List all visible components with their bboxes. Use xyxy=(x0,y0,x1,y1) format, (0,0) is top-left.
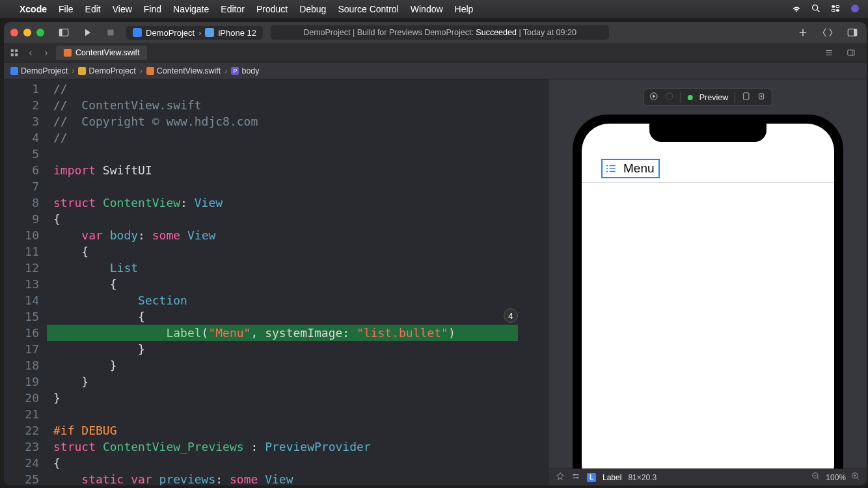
editor-tab[interactable]: ContentView.swift xyxy=(56,46,147,60)
menubar-item-view[interactable]: View xyxy=(113,4,132,14)
editor-layout-icon[interactable] xyxy=(821,45,837,61)
toggle-inspector-icon[interactable] xyxy=(845,25,860,40)
svg-line-32 xyxy=(817,478,819,480)
xcode-window: DemoProject › iPhone 12 DemoProject | Bu… xyxy=(4,22,867,485)
duplicate-preview-icon[interactable] xyxy=(757,92,766,103)
svg-point-19 xyxy=(666,93,673,100)
menubar-item-debug[interactable]: Debug xyxy=(299,4,326,14)
swift-file-icon xyxy=(64,49,72,57)
zoom-window-button[interactable] xyxy=(36,29,44,36)
nav-forward-icon[interactable]: › xyxy=(40,45,52,61)
stop-button[interactable] xyxy=(103,25,118,40)
toggle-navigator-icon[interactable] xyxy=(56,25,72,40)
related-items-icon[interactable] xyxy=(8,45,21,61)
preview-status-dot xyxy=(688,95,693,100)
svg-rect-11 xyxy=(854,29,857,36)
preview-menu-text: Menu xyxy=(623,161,655,176)
inspect-preview-icon[interactable] xyxy=(742,92,751,103)
status-prefix: DemoProject | Build for Previews DemoPro… xyxy=(303,28,476,37)
menubar-item-file[interactable]: File xyxy=(59,4,74,14)
zoom-level[interactable]: 100% xyxy=(826,473,846,482)
chevron-right-icon: › xyxy=(224,66,227,75)
scheme-device-label: iPhone 12 xyxy=(218,28,256,38)
wifi-icon[interactable] xyxy=(791,3,802,16)
nav-back-icon[interactable]: ‹ xyxy=(25,45,36,61)
jumpbar-seg-2[interactable]: DemoProject xyxy=(78,66,135,75)
scheme-selector[interactable]: DemoProject › iPhone 12 xyxy=(126,26,263,40)
iphone-screen[interactable]: Menu xyxy=(582,124,834,485)
jumpbar-seg-1[interactable]: DemoProject xyxy=(10,66,68,75)
svg-rect-4 xyxy=(832,9,835,11)
jumpbar-seg-3[interactable]: ContentView.swift xyxy=(146,66,221,75)
svg-rect-2 xyxy=(832,5,835,7)
window-traffic-lights[interactable] xyxy=(10,29,44,36)
swift-file-icon xyxy=(146,67,154,75)
svg-rect-9 xyxy=(108,30,114,36)
macos-menubar: Xcode File Edit View Find Navigate Edito… xyxy=(0,0,868,18)
jumpbar[interactable]: DemoProject › DemoProject › ContentView.… xyxy=(4,62,867,79)
menubar-item-source-control[interactable]: Source Control xyxy=(338,4,398,14)
menubar-item-product[interactable]: Product xyxy=(256,4,288,14)
svg-point-6 xyxy=(851,5,859,12)
code-review-icon[interactable] xyxy=(820,25,835,40)
label-type-icon: L xyxy=(587,473,596,482)
zoom-out-icon[interactable] xyxy=(811,472,821,483)
live-preview-icon[interactable] xyxy=(649,92,658,103)
svg-point-24 xyxy=(606,170,608,172)
code-content[interactable]: //// ContentView.swift// Copyright © www… xyxy=(53,81,549,485)
pin-preview-icon[interactable] xyxy=(556,472,565,483)
spotlight-icon[interactable] xyxy=(811,3,821,16)
iphone-notch xyxy=(649,124,766,142)
editor-tabbar: ‹ › ContentView.swift xyxy=(4,43,867,62)
adjust-editor-icon[interactable] xyxy=(843,45,859,61)
svg-line-1 xyxy=(817,10,819,12)
iphone-preview-frame: Menu xyxy=(573,115,843,485)
control-center-icon[interactable] xyxy=(830,3,841,16)
line-gutter: 1234567891011121314151617181920212223242… xyxy=(4,79,47,485)
minimize-window-button[interactable] xyxy=(23,29,31,36)
svg-point-29 xyxy=(576,477,578,478)
menubar-item-navigate[interactable]: Navigate xyxy=(173,4,209,14)
project-icon xyxy=(10,67,18,75)
main-editor-area: 1234567891011121314151617181920212223242… xyxy=(4,79,867,485)
zoom-in-icon[interactable] xyxy=(851,472,860,483)
svg-point-0 xyxy=(813,5,818,10)
jumpbar-seg-4[interactable]: Pbody xyxy=(231,66,259,75)
build-status[interactable]: DemoProject | Build for Previews DemoPro… xyxy=(271,25,609,40)
swiftui-canvas: Preview Menu L Label xyxy=(549,79,867,485)
svg-rect-3 xyxy=(836,5,839,7)
selected-element-type: Label xyxy=(603,473,621,482)
preview-on-device-icon[interactable] xyxy=(665,92,674,103)
svg-rect-20 xyxy=(744,93,749,100)
menubar-item-help[interactable]: Help xyxy=(455,4,474,14)
adjust-preview-icon[interactable] xyxy=(571,472,580,483)
menubar-item-window[interactable]: Window xyxy=(411,4,443,14)
xcode-toolbar: DemoProject › iPhone 12 DemoProject | Bu… xyxy=(4,22,867,43)
svg-rect-12 xyxy=(11,49,14,51)
property-icon: P xyxy=(231,67,239,75)
canvas-toolbar: Preview xyxy=(644,88,772,106)
folder-icon xyxy=(78,67,86,75)
chevron-right-icon: › xyxy=(140,66,142,75)
menubar-item-find[interactable]: Find xyxy=(144,4,161,14)
chevron-right-icon: › xyxy=(72,66,74,75)
siri-icon[interactable] xyxy=(850,3,860,16)
svg-rect-16 xyxy=(848,49,855,55)
preview-label: Preview xyxy=(699,93,728,102)
close-window-button[interactable] xyxy=(10,29,18,36)
add-editor-icon[interactable] xyxy=(795,25,811,40)
canvas-bottom-bar: L Label 81×20.3 100% xyxy=(549,468,867,485)
tab-filename: ContentView.swift xyxy=(75,48,139,57)
svg-rect-15 xyxy=(15,53,18,56)
code-editor[interactable]: 1234567891011121314151617181920212223242… xyxy=(4,79,549,485)
status-result: Succeeded xyxy=(476,28,517,37)
menubar-app-name[interactable]: Xcode xyxy=(20,4,47,14)
list-bullet-icon xyxy=(605,163,617,174)
menubar-item-editor[interactable]: Editor xyxy=(221,4,245,14)
scheme-project-label: DemoProject xyxy=(146,28,195,38)
menubar-item-edit[interactable]: Edit xyxy=(85,4,101,14)
svg-rect-8 xyxy=(59,29,62,36)
preview-label-element[interactable]: Menu xyxy=(601,159,660,178)
run-button[interactable] xyxy=(79,25,95,40)
device-icon xyxy=(205,28,214,37)
